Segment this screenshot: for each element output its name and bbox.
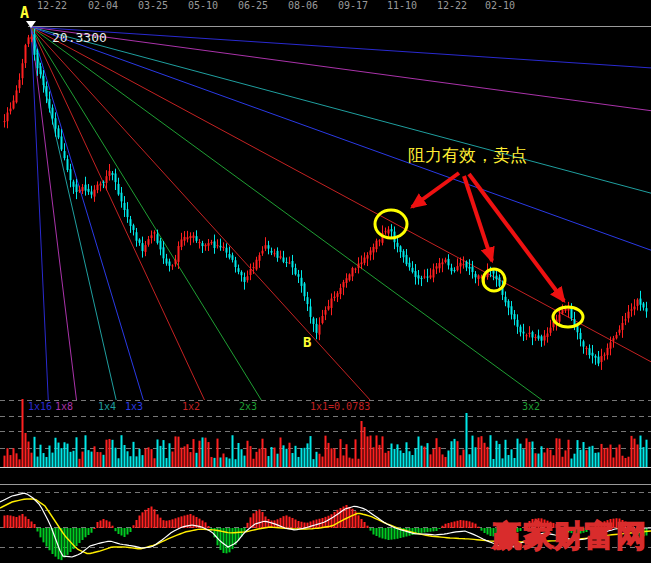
resistance-sell-note: 阻力有效，卖点	[408, 144, 527, 167]
date-tick-label: 11-10	[387, 0, 417, 11]
date-tick-label: 08-06	[288, 0, 318, 11]
gann-fan-lines	[28, 27, 651, 401]
gann-line-aux	[31, 27, 651, 193]
gann-line-1x1=0.0783	[31, 27, 370, 400]
sell-point-arrow	[412, 173, 459, 207]
date-tick-label: 03-25	[138, 0, 168, 11]
date-tick-label: 06-25	[238, 0, 268, 11]
watermark-text: 赢家财富网	[492, 516, 647, 557]
gann-line-3x2	[31, 27, 542, 400]
gann-ratio-label: 1x2	[182, 401, 200, 412]
date-tick-label: 12-22	[37, 0, 67, 11]
date-tick-label: 02-04	[88, 0, 118, 11]
gann-ratio-label: 2x3	[239, 401, 257, 412]
point-a-price-label: 20.3300	[52, 30, 107, 45]
gann-line-1x2	[31, 27, 204, 400]
gann-line-1x3	[31, 27, 143, 400]
gann-line-aux	[31, 27, 651, 362]
gann-ratio-label: 1x16	[28, 401, 52, 412]
gann-line-1x16	[31, 27, 48, 400]
gann-line-aux	[31, 27, 651, 111]
gann-ratio-label: 1x1=0.0783	[310, 401, 370, 412]
point-a-triangle-marker	[26, 21, 36, 28]
gann-point-b-label[interactable]: B	[303, 334, 311, 350]
price-chart-canvas[interactable]	[0, 0, 651, 563]
gann-ratio-label: 1x8	[55, 401, 73, 412]
gann-line-aux	[31, 27, 651, 68]
date-tick-label: 09-17	[338, 0, 368, 11]
date-tick-label: 12-22	[437, 0, 467, 11]
stock-chart-window: { "header": { "dates": ["12-22","02-04",…	[0, 0, 651, 563]
candlestick-series	[4, 29, 648, 370]
gann-ratio-label: 1x3	[125, 401, 143, 412]
gann-point-a-label[interactable]: A	[20, 4, 29, 22]
gann-line-2x3	[31, 27, 261, 400]
date-tick-label: 05-10	[188, 0, 218, 11]
gann-ratio-label: 3x2	[522, 401, 540, 412]
date-tick-label: 02-10	[485, 0, 515, 11]
gann-ratio-label: 1x4	[98, 401, 116, 412]
gann-line-1x8	[31, 27, 76, 400]
